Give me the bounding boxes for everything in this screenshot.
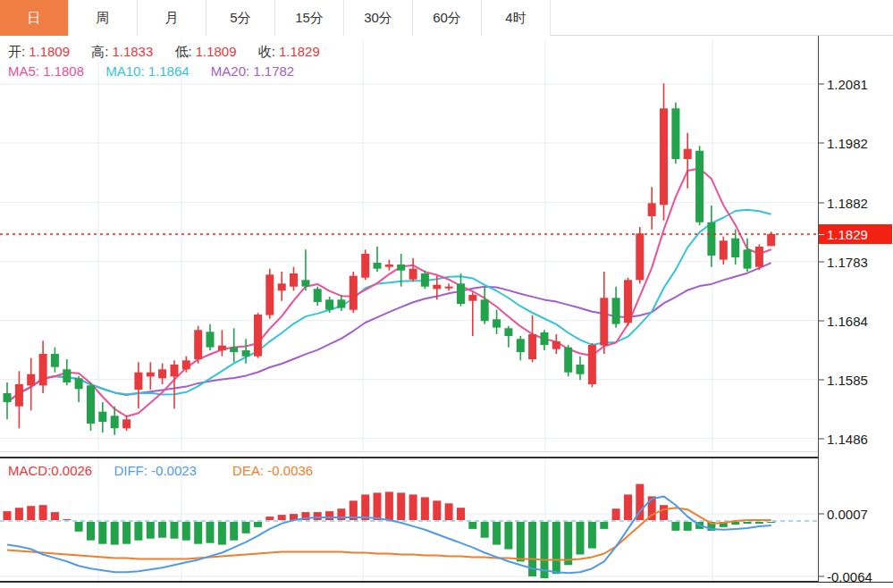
macd-hist-bar (122, 522, 131, 544)
candle-body (39, 354, 47, 385)
macd-hist-bar (63, 519, 71, 520)
candle-body (194, 330, 202, 359)
candle-body (158, 369, 166, 378)
macd-hist-bar (564, 522, 572, 565)
candle-body (171, 365, 179, 376)
candle-body (122, 419, 131, 428)
candle-body (528, 334, 536, 359)
chart-bottom-line (0, 581, 893, 583)
timeframe-tab-0[interactable]: 日 (0, 0, 69, 36)
macd-hist-bar (660, 505, 668, 520)
macd-hist-bar (98, 522, 106, 544)
macd-hist-bar (385, 491, 393, 520)
macd-hist-bar (588, 522, 596, 549)
candle-body (707, 223, 715, 256)
candle-body (15, 384, 23, 407)
macd-hist-bar (577, 522, 585, 555)
macd-hist-bar (206, 522, 215, 543)
timeframe-tab-5[interactable]: 30分 (344, 0, 413, 36)
macd-axis: 0.0007-0.0064 (818, 458, 893, 582)
timeframe-tab-4[interactable]: 15分 (275, 0, 344, 36)
candle-body (27, 374, 35, 386)
candle-body (720, 240, 728, 259)
candle-body (51, 354, 59, 367)
macd-tick-label: 0.0007 (819, 507, 868, 522)
candle-body (624, 280, 632, 323)
macd-hist-bar (87, 522, 95, 541)
macd-hist-bar (684, 522, 692, 531)
macd-hist-bar (75, 522, 83, 532)
candle-body (87, 385, 95, 424)
macd-hist-bar (194, 522, 202, 544)
price-tick-label: 1.1585 (819, 372, 868, 387)
timeframe-tab-6[interactable]: 60分 (413, 0, 482, 36)
ma-readout: MA5: 1.1808 MA10: 1.1864 MA20: 1.1782 (8, 63, 298, 79)
candle-body (504, 328, 512, 336)
candle-body (111, 416, 119, 428)
candle-body (684, 149, 692, 159)
ma10-line (7, 210, 771, 402)
ma10-value: MA10: 1.1864 (105, 63, 189, 79)
macd-hist-bar (171, 522, 179, 539)
candle-body (218, 346, 226, 350)
dea-value: DEA: -0.0036 (232, 463, 313, 478)
candle-body (517, 339, 525, 352)
candle-body (612, 298, 620, 323)
price-tick-label: 1.1982 (819, 136, 868, 151)
candle-body (63, 369, 71, 382)
price-panel-bottom-line (0, 451, 818, 452)
candle-body (744, 249, 752, 268)
panel-divider-line (0, 457, 893, 458)
macd-hist-bar (27, 506, 35, 520)
low-value: 1.1809 (196, 44, 237, 59)
candle-body (98, 412, 106, 422)
candle-body (278, 283, 286, 290)
candle-body (350, 276, 358, 310)
timeframe-tab-7[interactable]: 4时 (482, 0, 551, 36)
macd-hist-bar (624, 494, 632, 520)
candle-body (660, 108, 668, 205)
macd-value: MACD:0.0026 (8, 463, 92, 478)
candle-body (433, 285, 441, 290)
macd-hist-bar (493, 522, 501, 545)
macd-hist-bar (314, 512, 322, 520)
price-tick-label: 1.1684 (819, 313, 868, 328)
candle-body (337, 299, 345, 307)
candle-body (409, 269, 417, 280)
close-label: 收: (258, 44, 275, 59)
timeframe-tab-3[interactable]: 5分 (206, 0, 275, 36)
macd-hist-bar (51, 512, 59, 520)
macd-hist-bar (325, 511, 333, 520)
candle-body (374, 263, 382, 269)
candle-body (4, 393, 12, 402)
open-value: 1.1809 (29, 44, 70, 59)
macd-hist-bar (230, 522, 238, 541)
trading-chart-app: 日周月5分15分30分60分4时 开:1.1809 高:1.1833 低:1.1… (0, 0, 893, 588)
candle-body (206, 332, 215, 347)
macd-tick-label: -0.0064 (819, 569, 872, 584)
price-tick-label: 1.2081 (819, 77, 868, 92)
candle-body (767, 234, 775, 246)
macd-hist-bar (671, 522, 679, 531)
candle-body (457, 283, 465, 304)
price-tick-label: 1.1486 (819, 431, 868, 446)
timeframe-tab-1[interactable]: 周 (69, 0, 138, 36)
macd-hist-bar (242, 522, 250, 533)
candlestick-chart[interactable] (0, 36, 818, 458)
tick-dash (819, 234, 824, 235)
candle-body (242, 350, 250, 357)
timeframe-tab-2[interactable]: 月 (138, 0, 206, 36)
open-label: 开: (8, 44, 25, 59)
macd-hist-bar (755, 522, 763, 524)
price-tick-label: 1.1882 (819, 195, 868, 210)
candle-body (552, 341, 560, 349)
macd-hist-bar (767, 522, 775, 523)
macd-hist-bar (374, 492, 382, 520)
macd-hist-bar (504, 522, 512, 550)
macd-hist-bar (457, 508, 465, 520)
candle-body (230, 348, 238, 352)
candle-body (301, 280, 309, 286)
candle-body (290, 273, 298, 287)
candle-body (385, 265, 393, 267)
candle-body (564, 348, 572, 373)
